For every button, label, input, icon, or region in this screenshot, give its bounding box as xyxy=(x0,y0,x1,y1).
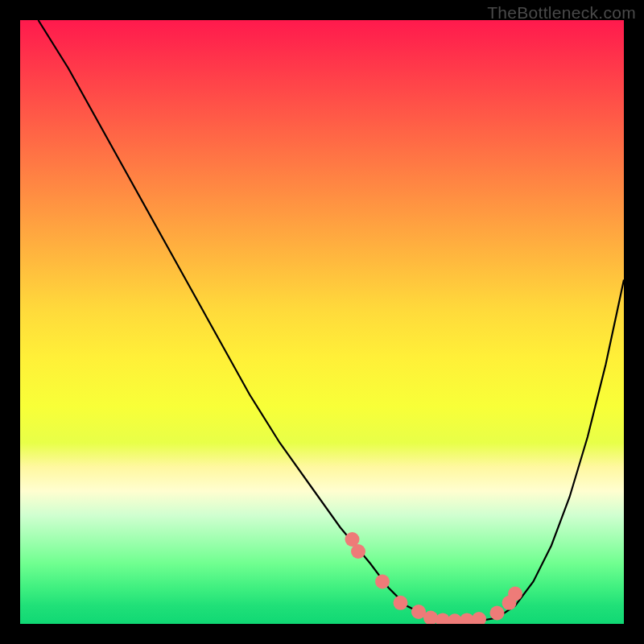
highlight-point xyxy=(351,544,365,559)
plot-area xyxy=(20,20,624,624)
chart-frame: TheBottleneck.com xyxy=(0,0,644,644)
highlight-point xyxy=(472,612,486,624)
highlight-point xyxy=(508,587,522,601)
highlight-point xyxy=(394,596,408,610)
highlight-point xyxy=(490,606,505,621)
watermark-text: TheBottleneck.com xyxy=(487,3,636,23)
bottleneck-curve xyxy=(39,20,625,621)
curve-svg xyxy=(20,20,624,624)
highlight-point xyxy=(375,575,390,589)
highlight-points xyxy=(345,532,523,624)
